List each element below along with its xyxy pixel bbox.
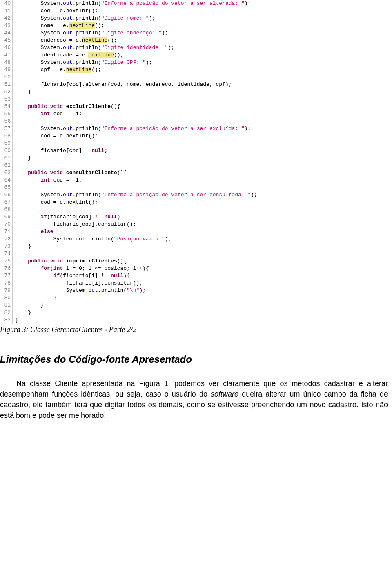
code-line: System.out.println("Digite endereço: ");	[15, 29, 392, 37]
code-line: }	[15, 294, 392, 302]
code-line: fichario[cod] = null;	[15, 147, 392, 155]
line-number: 69	[0, 213, 12, 221]
section-heading: Limitações do Código-fonte Apresentado	[0, 354, 392, 365]
body-paragraph: Na classe Cliente apresentada na Figura …	[0, 378, 388, 421]
code-line: for(int i = 0; i <= posicao; i++){	[15, 265, 392, 272]
code-line: System.out.println("Posição vazia!");	[15, 235, 392, 243]
code-line: System.out.println("Informe a posição do…	[15, 0, 392, 7]
code-line: }	[15, 88, 392, 96]
line-number: 71	[0, 228, 12, 235]
line-number: 51	[0, 81, 12, 88]
code-line: endereco = e.nextLine();	[15, 37, 392, 44]
code-line: public void consultarCliente(){	[15, 169, 392, 177]
code-line	[15, 96, 392, 103]
line-number: 44	[0, 29, 12, 37]
code-line: System.out.println("Informe a posição do…	[15, 125, 392, 132]
code-line: cod = e.nextInt();	[15, 132, 392, 140]
code-line	[15, 140, 392, 147]
code-line: int cod = -1;	[15, 177, 392, 184]
line-number: 59	[0, 140, 12, 147]
code-line: System.out.println("\n");	[15, 287, 392, 294]
line-number: 78	[0, 280, 12, 287]
line-number: 53	[0, 96, 12, 103]
line-number: 58	[0, 132, 12, 140]
line-number: 64	[0, 177, 12, 184]
line-number: 67	[0, 199, 12, 206]
code-line	[15, 206, 392, 213]
line-number: 61	[0, 155, 12, 162]
line-number: 83	[0, 316, 12, 324]
code-line: cpf = e.nextLine();	[15, 66, 392, 74]
line-number: 80	[0, 294, 12, 302]
line-number: 47	[0, 52, 12, 59]
line-number: 72	[0, 235, 12, 243]
code-line: fichario[cod].alterar(cod, nome, enderec…	[15, 81, 392, 88]
code-line: fichario[i].consultar();	[15, 280, 392, 287]
line-number-gutter: 4041424344454647484950515253545556575859…	[0, 0, 13, 324]
line-number: 43	[0, 22, 12, 29]
code-line: }	[15, 243, 392, 250]
line-number: 56	[0, 118, 12, 125]
code-line: System.out.println("Digite CPF: ");	[15, 59, 392, 66]
code-line: }	[15, 309, 392, 316]
line-number: 50	[0, 74, 12, 81]
code-line: }	[15, 302, 392, 309]
code-line: }	[15, 316, 392, 324]
line-number: 48	[0, 59, 12, 66]
code-line: else	[15, 228, 392, 235]
line-number: 46	[0, 44, 12, 52]
code-line	[15, 250, 392, 258]
code-line: public void excluirCliente(){	[15, 103, 392, 110]
code-content: System.out.println("Informe a posição do…	[13, 0, 392, 324]
software-italic: software	[211, 390, 238, 398]
code-line: if(fichario[cod] != null)	[15, 213, 392, 221]
line-number: 60	[0, 147, 12, 155]
line-number: 81	[0, 302, 12, 309]
line-number: 55	[0, 110, 12, 118]
line-number: 54	[0, 103, 12, 110]
code-line: System.out.println("Digite identidade: "…	[15, 44, 392, 52]
code-line: if(fichario[i] != null){	[15, 272, 392, 280]
line-number: 79	[0, 287, 12, 294]
code-line	[15, 118, 392, 125]
line-number: 57	[0, 125, 12, 132]
line-number: 66	[0, 191, 12, 199]
code-line	[15, 74, 392, 81]
code-line: cod = e.nextInt();	[15, 199, 392, 206]
line-number: 63	[0, 169, 12, 177]
line-number: 52	[0, 88, 12, 96]
line-number: 62	[0, 162, 12, 169]
line-number: 73	[0, 243, 12, 250]
code-line: }	[15, 155, 392, 162]
figure-caption: Figura 3: Classe GerenciaClientes - Part…	[0, 325, 392, 334]
code-line: nome = e.nextLine();	[15, 22, 392, 29]
code-line: int cod = -1;	[15, 110, 392, 118]
code-line: fichario[cod].consultar();	[15, 221, 392, 228]
line-number: 77	[0, 272, 12, 280]
code-line: System.out.println("Digite nome: ");	[15, 15, 392, 22]
line-number: 65	[0, 184, 12, 191]
line-number: 68	[0, 206, 12, 213]
line-number: 45	[0, 37, 12, 44]
code-line: identidade = e.nextLine();	[15, 52, 392, 59]
line-number: 42	[0, 15, 12, 22]
code-line: System.out.println("Informe a posição do…	[15, 191, 392, 199]
code-editor: 4041424344454647484950515253545556575859…	[0, 0, 392, 324]
line-number: 40	[0, 0, 12, 7]
code-line: cod = e.nextInt();	[15, 7, 392, 15]
code-line	[15, 162, 392, 169]
line-number: 75	[0, 258, 12, 265]
line-number: 82	[0, 309, 12, 316]
line-number: 49	[0, 66, 12, 74]
line-number: 41	[0, 7, 12, 15]
code-line: public void imprimirClientes(){	[15, 258, 392, 265]
line-number: 76	[0, 265, 12, 272]
line-number: 74	[0, 250, 12, 258]
line-number: 70	[0, 221, 12, 228]
code-line	[15, 184, 392, 191]
